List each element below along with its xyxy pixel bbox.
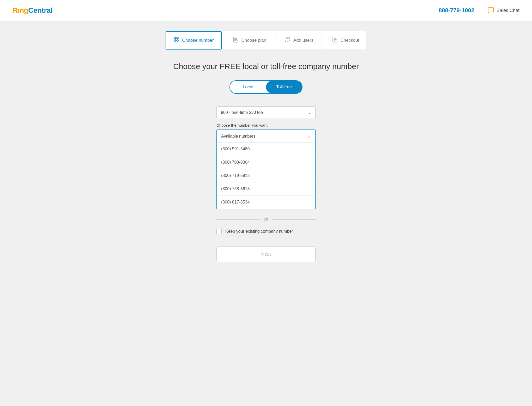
chat-icon: [487, 7, 494, 14]
choose-plan-icon: [233, 36, 239, 44]
add-users-icon: [285, 36, 291, 44]
numbers-dropdown: Available numbers ⌄ (800) 591-3480 (800)…: [216, 130, 316, 209]
sales-chat-label: Sales Chat: [497, 8, 519, 13]
step-checkout[interactable]: Checkout: [324, 32, 367, 49]
checkout-icon: [332, 36, 338, 44]
tollfree-toggle-btn[interactable]: Toll-free: [266, 81, 302, 93]
step-choose-number-label: Choose number: [182, 38, 214, 43]
choose-number-icon: [173, 36, 180, 44]
number-item-3[interactable]: (800) 768-3613: [217, 182, 315, 196]
header: RingCentral 888-779-1002 Sales Chat: [0, 0, 532, 21]
svg-rect-1: [176, 37, 177, 39]
main-content: Choose number Choose plan: [0, 21, 532, 272]
keep-number-checkbox[interactable]: [216, 229, 222, 234]
vertical-divider: [481, 6, 481, 15]
svg-rect-8: [178, 41, 179, 42]
number-item-1[interactable]: (800) 708-8304: [217, 156, 315, 169]
numbers-header-label: Available numbers: [221, 134, 255, 139]
header-right: 888-779-1002 Sales Chat: [439, 6, 519, 15]
keep-number-row: Keep your existing company number: [216, 229, 316, 234]
logo-ring: Ring: [13, 6, 28, 15]
prefix-dropdown-value: 800 - one-time $30 fee: [221, 110, 263, 115]
or-label: OR: [263, 218, 269, 222]
number-type-toggle: Local Toll-free: [229, 80, 303, 94]
prefix-dropdown-chevron-icon: ⌄: [308, 110, 311, 115]
logo: RingCentral: [13, 6, 52, 15]
step-choose-plan-label: Choose plan: [241, 38, 266, 43]
local-toggle-btn[interactable]: Local: [230, 81, 266, 93]
step-checkout-label: Checkout: [341, 38, 359, 43]
number-item-0[interactable]: (800) 591-3480: [217, 143, 315, 156]
step-choose-number[interactable]: Choose number: [166, 31, 222, 50]
svg-rect-4: [176, 39, 177, 40]
svg-point-14: [288, 38, 290, 39]
form-container: 800 - one-time $30 fee ⌄ Choose the numb…: [216, 106, 316, 262]
number-item-2[interactable]: (800) 719-5813: [217, 169, 315, 182]
svg-rect-0: [174, 37, 176, 39]
or-divider: OR: [216, 218, 316, 222]
svg-rect-7: [176, 41, 177, 42]
numbers-dropdown-header[interactable]: Available numbers ⌄: [217, 130, 315, 143]
number-item-4[interactable]: (800) 817-8534: [217, 196, 315, 209]
step-add-users-label: Add users: [293, 38, 313, 43]
logo-central: Central: [28, 6, 52, 15]
svg-rect-2: [178, 37, 179, 39]
svg-point-13: [286, 38, 288, 39]
svg-rect-5: [178, 39, 179, 40]
keep-number-label: Keep your existing company number: [225, 229, 293, 234]
svg-rect-6: [174, 41, 176, 42]
numbers-header-chevron-icon: ⌄: [307, 134, 311, 139]
stepper: Choose number Choose plan: [166, 31, 367, 50]
sales-chat-button[interactable]: Sales Chat: [487, 7, 519, 14]
next-button[interactable]: Next: [216, 247, 316, 262]
svg-rect-16: [333, 37, 337, 42]
step-add-users[interactable]: Add users: [277, 32, 321, 49]
choose-number-label: Choose the number you want: [216, 123, 316, 127]
svg-rect-3: [174, 39, 176, 40]
phone-number[interactable]: 888-779-1002: [439, 7, 474, 14]
page-title: Choose your FREE local or toll-free comp…: [173, 62, 359, 71]
step-choose-plan[interactable]: Choose plan: [225, 32, 274, 49]
prefix-dropdown[interactable]: 800 - one-time $30 fee ⌄: [216, 106, 316, 119]
